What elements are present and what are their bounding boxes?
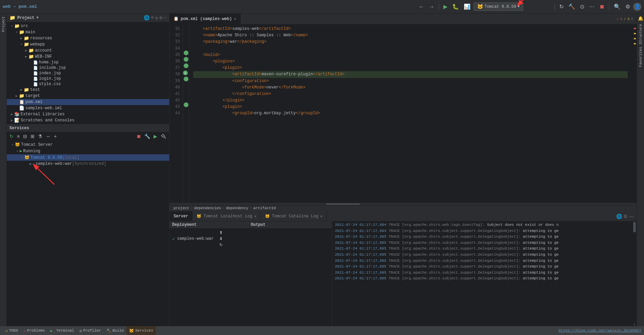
- refresh-button[interactable]: ↻: [558, 2, 565, 11]
- expand-src[interactable]: ▾: [9, 24, 14, 28]
- tree-item-test[interactable]: ▶ 📁 test: [7, 87, 169, 93]
- tree-item-webapp[interactable]: ▾ 📁 webapp: [7, 41, 169, 47]
- deploy-refresh-btn[interactable]: ↻: [218, 242, 224, 248]
- breadcrumb-artifactid[interactable]: artifactId: [253, 206, 276, 210]
- back-button[interactable]: ←: [417, 3, 426, 11]
- tree-item-target[interactable]: ▶ 📁 target: [7, 93, 169, 99]
- tree-item-include-jsp[interactable]: ▶ 📄 include.jsp: [7, 65, 169, 71]
- localhost-tab-close[interactable]: ✕: [254, 214, 257, 218]
- log-scrollbar[interactable]: ↓: [632, 221, 637, 326]
- tree-item-index-jsp[interactable]: ▶ 📄 index.jsp: [7, 71, 169, 76]
- tree-item-style-css[interactable]: ▶ 📄 style.css: [7, 81, 169, 87]
- tab-pom-xml[interactable]: 📋 pom.xml (samples-web) ✕: [169, 14, 241, 24]
- tree-item-pom-xml[interactable]: ▶ 📋 pom.xml: [7, 99, 169, 105]
- log-scroll-thumb[interactable]: [633, 222, 636, 232]
- build-button[interactable]: 🔨: [567, 2, 577, 11]
- expand-scratches[interactable]: ▶: [9, 118, 14, 122]
- tree-item-resources[interactable]: ▶ 📁 resources: [7, 35, 169, 41]
- scroll-down-btn[interactable]: ↓: [632, 322, 637, 326]
- tree-item-iml[interactable]: ▶ 📄 samples-web.iml: [7, 105, 169, 111]
- status-problems[interactable]: ⚠ Problems: [21, 326, 47, 335]
- forward-button[interactable]: →: [427, 3, 436, 11]
- svc-tool1-btn[interactable]: 🔧: [143, 133, 152, 140]
- code-editor[interactable]: 31 32 33 34 35 36 37 38 39 40 41 42 43 4…: [169, 24, 637, 202]
- rsb-structure-icon[interactable]: Structure: [638, 23, 644, 45]
- svc-tomcat-950[interactable]: ▾ 🐱 Tomcat 9.0.50 [local]: [7, 154, 169, 161]
- status-profiler[interactable]: ◎ Profiler: [77, 326, 104, 335]
- rsb-notifications-icon[interactable]: 🔔: [637, 15, 644, 22]
- svc-link-btn[interactable]: ↔: [44, 133, 52, 140]
- svc-filter-btn[interactable]: ⚗: [37, 133, 44, 140]
- tree-item-ext-libs[interactable]: ▶ 📚 External Libraries: [7, 111, 169, 117]
- run-config-dropdown[interactable]: 🐱 Tomcat 9.0.50 ▼: [474, 2, 523, 11]
- log-globe-btn[interactable]: 🌐: [616, 214, 622, 219]
- svc-samples-war[interactable]: ▶ ⚙ ✓ samples-web:war [Synchronized]: [7, 161, 169, 167]
- run-button[interactable]: ▶: [442, 2, 449, 11]
- log-tab-server[interactable]: Server: [169, 211, 193, 221]
- log-minimize-btn[interactable]: —: [629, 214, 634, 219]
- expand-resources[interactable]: ▶: [19, 36, 24, 40]
- breadcrumb-project[interactable]: project: [174, 206, 189, 210]
- deploy-up-btn[interactable]: ⬆: [218, 230, 224, 235]
- svc-add-btn[interactable]: +: [53, 133, 58, 140]
- svc-minus-btn[interactable]: ⊟: [22, 133, 28, 140]
- tab-close-pom[interactable]: ✕: [234, 17, 236, 21]
- svc-tomcat-server[interactable]: ▾ 🐱 Tomcat Server: [7, 141, 169, 148]
- project-sidebar-label[interactable]: Project: [1, 15, 6, 33]
- globe-icon[interactable]: 🌐: [144, 15, 149, 21]
- expand-webinf[interactable]: ▶: [24, 55, 28, 59]
- catalina-tab-close[interactable]: ✕: [320, 214, 323, 218]
- expand-ext-libs[interactable]: ▶: [9, 112, 14, 116]
- deploy-down-btn[interactable]: ⬇: [218, 236, 224, 241]
- settings-button[interactable]: ⚙: [624, 2, 632, 11]
- log-tab-localhost[interactable]: 🐱 Tomcat Localhost Log ✕: [193, 211, 261, 221]
- expand-webapp[interactable]: ▾: [19, 42, 24, 46]
- search-everywhere-button[interactable]: 🔍: [612, 2, 622, 11]
- minimize-icon[interactable]: —: [164, 15, 166, 21]
- status-terminal[interactable]: ▶_ Terminal: [47, 326, 77, 335]
- debug-button[interactable]: 🐛: [450, 2, 461, 11]
- expand-target[interactable]: ▶: [14, 94, 19, 98]
- horizontal-scrollbar[interactable]: [169, 202, 637, 205]
- tree-item-login-jsp[interactable]: ▶ 📄 login.jsp: [7, 76, 169, 81]
- log-tab-catalina[interactable]: 🐱 Tomcat Catalina Log ✕: [261, 211, 327, 221]
- status-todo[interactable]: ☑ TODO: [3, 326, 21, 335]
- expand-tomcat-950[interactable]: ▾: [20, 156, 24, 160]
- rsb-favorites-icon[interactable]: Favorites: [638, 46, 644, 68]
- expand-main[interactable]: ▾: [14, 30, 19, 34]
- svc-tool2-btn[interactable]: ▶: [152, 133, 159, 140]
- status-build[interactable]: 🔨 Build: [104, 326, 126, 335]
- svc-group-btn[interactable]: ⊞: [29, 133, 36, 140]
- breadcrumb-dependencies[interactable]: dependencies: [194, 206, 221, 210]
- sort-icon[interactable]: ⇅: [155, 15, 158, 21]
- tree-item-main[interactable]: ▾ 📁 main: [7, 29, 169, 35]
- project-dropdown[interactable]: ▼: [36, 16, 38, 20]
- expand-tomcat-server[interactable]: ▾: [10, 143, 15, 147]
- svc-collapse-btn[interactable]: ≡: [16, 133, 21, 140]
- tree-item-src[interactable]: ▾ 📁 src: [7, 23, 169, 29]
- stop-button[interactable]: ⏹: [598, 3, 606, 11]
- user-avatar[interactable]: 👤: [633, 3, 641, 11]
- svc-stop-btn[interactable]: ⏹: [135, 133, 142, 140]
- tree-item-scratches[interactable]: ▶ 📝 Scratches and Consoles: [7, 117, 169, 123]
- coverage-button[interactable]: ⊙: [578, 2, 586, 11]
- expand-running[interactable]: ▾: [15, 149, 20, 153]
- tree-item-account[interactable]: ▶ 📁 account: [7, 47, 169, 54]
- tree-item-home-jsp[interactable]: ▶ 📄 home.jsp: [7, 60, 169, 65]
- tree-item-webinf[interactable]: ▶ 📁 WEB-INF: [7, 54, 169, 60]
- status-url[interactable]: https://blog.csdn.net/weixin_30190897: [559, 329, 641, 333]
- expand-account[interactable]: ▶: [24, 48, 28, 53]
- editor-scrollbar[interactable]: [632, 24, 637, 202]
- collapse-icon[interactable]: ≡: [151, 15, 154, 21]
- breadcrumb-dependency[interactable]: dependency: [226, 206, 248, 210]
- svc-run-btn[interactable]: ↻: [8, 133, 15, 140]
- h-scroll-thumb[interactable]: [326, 203, 360, 205]
- log-gear-btn[interactable]: ⚙: [623, 214, 628, 219]
- settings-tree-icon[interactable]: ⚙: [159, 15, 162, 21]
- svc-tool3-btn[interactable]: 🔌: [159, 133, 168, 140]
- code-content[interactable]: <artifactId>samples-web</artifactId> <na…: [189, 24, 632, 202]
- status-services[interactable]: 🐱 Services: [126, 326, 156, 335]
- more-actions-button[interactable]: ⋯: [587, 2, 596, 11]
- svc-running[interactable]: ▾ ▶ Running: [7, 148, 169, 154]
- profile-button[interactable]: 📊: [462, 2, 472, 11]
